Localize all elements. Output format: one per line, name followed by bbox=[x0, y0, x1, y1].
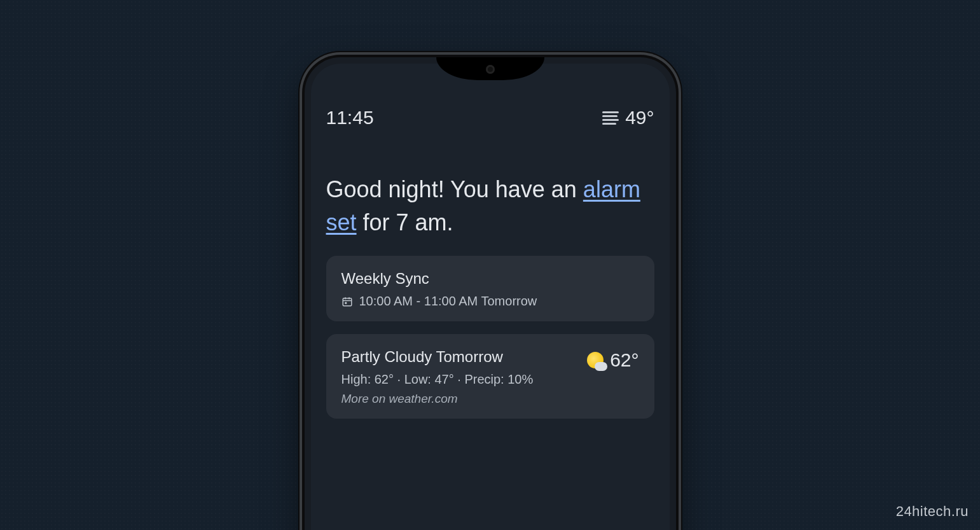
greeting-text: Good night! You have an alarm set for 7 … bbox=[326, 173, 654, 239]
calendar-event-card[interactable]: Weekly Sync 10:00 AM - 11:00 AM Tomorrow bbox=[326, 256, 654, 321]
weather-temp-block: 62° bbox=[587, 348, 638, 371]
event-time-text: 10:00 AM - 11:00 AM Tomorrow bbox=[359, 294, 537, 309]
clock-time: 11:45 bbox=[326, 107, 374, 129]
weather-forecast-card[interactable]: Partly Cloudy Tomorrow High: 62° · Low: … bbox=[326, 334, 654, 419]
fog-icon bbox=[602, 111, 619, 125]
event-title: Weekly Sync bbox=[342, 270, 639, 288]
weather-details: High: 62° · Low: 47° · Precip: 10% bbox=[342, 372, 577, 387]
event-time-row: 10:00 AM - 11:00 AM Tomorrow bbox=[342, 294, 639, 309]
svg-rect-0 bbox=[343, 298, 352, 306]
svg-rect-4 bbox=[345, 302, 347, 304]
watermark-text: 24hitech.ru bbox=[896, 503, 969, 520]
weather-title: Partly Cloudy Tomorrow bbox=[342, 348, 577, 366]
weather-temp: 62° bbox=[610, 349, 638, 371]
phone-frame: 11:45 49° Good night! You have an alarm … bbox=[305, 57, 676, 530]
phone-screen: 11:45 49° Good night! You have an alarm … bbox=[311, 64, 670, 530]
weather-source-link[interactable]: More on weather.com bbox=[342, 392, 577, 406]
status-weather[interactable]: 49° bbox=[602, 107, 654, 129]
greeting-prefix: Good night! You have an bbox=[326, 176, 583, 202]
status-temp: 49° bbox=[625, 107, 654, 129]
partly-cloudy-icon bbox=[587, 352, 604, 368]
greeting-suffix: for 7 am. bbox=[357, 209, 453, 235]
calendar-icon bbox=[342, 296, 353, 307]
